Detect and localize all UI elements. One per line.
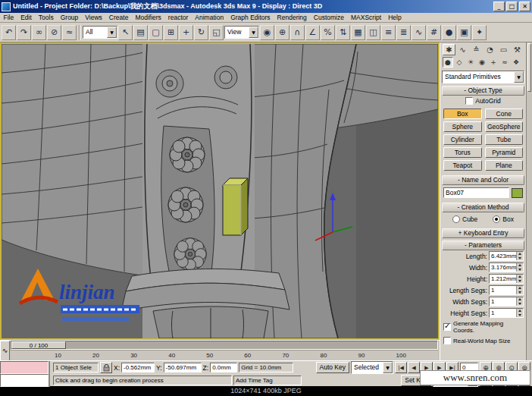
mirror-icon[interactable]: ◫ (366, 25, 380, 40)
menu-item[interactable]: Customize (310, 13, 347, 23)
name-color-rollout-header[interactable]: - Name and Color (442, 175, 524, 185)
select-object-icon[interactable]: ↖ (118, 25, 133, 40)
window-crossing-icon[interactable]: ⊞ (164, 25, 178, 40)
create-tab-icon[interactable]: ✱ (443, 44, 455, 55)
select-and-move-icon[interactable]: + (179, 25, 193, 40)
minimize-icon[interactable]: _ (493, 2, 505, 11)
curve-editor-icon[interactable]: ∿ (412, 25, 426, 40)
menu-item[interactable]: Graph Editors (227, 13, 274, 23)
tube-button[interactable]: Tube (485, 134, 524, 145)
menu-item[interactable]: Edit (17, 13, 36, 23)
snap-toggle-icon[interactable]: ∩ (290, 25, 305, 40)
primitives-dropdown[interactable]: Standard Primitives ▼ (442, 71, 524, 83)
spinner-arrows[interactable] (516, 286, 523, 294)
render-scene-icon[interactable]: ▣ (457, 25, 471, 40)
menu-item[interactable]: Modifiers (132, 13, 164, 23)
geometry-icon[interactable]: ● (443, 57, 453, 68)
chevron-down-icon[interactable]: ▼ (249, 27, 258, 38)
macro-recorder-field[interactable] (0, 361, 49, 374)
z-coordinate-field[interactable]: 0.0mm (210, 363, 237, 372)
spinner-arrows[interactable] (516, 297, 523, 306)
spinner-arrows[interactable] (516, 309, 523, 317)
chevron-down-icon[interactable]: ▼ (107, 27, 117, 38)
width-segs-field[interactable]: 1 (489, 297, 524, 306)
length-field[interactable]: 6.423mm (489, 251, 524, 261)
menu-item[interactable]: Help (385, 13, 405, 23)
select-and-rotate-icon[interactable]: ↻ (194, 25, 208, 40)
go-to-start-icon[interactable]: |◀ (395, 362, 407, 373)
pyramid-button[interactable]: Pyramid (485, 147, 524, 158)
teapot-button[interactable]: Teapot (443, 160, 482, 171)
menu-item[interactable]: Create (105, 13, 132, 23)
menu-item[interactable]: File (0, 13, 17, 23)
undo-icon[interactable]: ↶ (2, 25, 16, 40)
selected-dropdown[interactable]: Selected ▼ (351, 361, 393, 374)
object-name-field[interactable]: Box07 (443, 187, 509, 198)
unlink-selection-icon[interactable]: ⊘ (47, 25, 61, 40)
spinner-arrows[interactable] (516, 252, 523, 260)
schematic-view-icon[interactable]: # (427, 25, 441, 40)
torus-button[interactable]: Torus (443, 147, 482, 158)
select-by-name-icon[interactable]: ▤ (133, 25, 148, 40)
space-warps-icon[interactable]: ≈ (499, 57, 510, 68)
generate-mapping-coords-checkbox[interactable] (443, 323, 451, 331)
height-field[interactable]: 1.212mm (489, 274, 524, 284)
y-coordinate-field[interactable]: -50.697mm (164, 363, 202, 372)
chevron-down-icon[interactable]: ▼ (514, 71, 524, 83)
width-field[interactable]: 3.176mm (489, 262, 524, 272)
object-type-rollout-header[interactable]: - Object Type (442, 86, 524, 96)
autogrid-checkbox[interactable] (465, 97, 473, 105)
align-icon[interactable]: ≡ (381, 25, 396, 40)
menu-item[interactable]: reactor (164, 13, 191, 23)
motion-tab-icon[interactable]: ◔ (483, 44, 496, 55)
material-editor-icon[interactable]: ● (442, 25, 456, 40)
hierarchy-tab-icon[interactable]: ≙ (470, 44, 483, 55)
menu-item[interactable]: Rendering (274, 13, 310, 23)
viewport-canvas[interactable]: linjian (2, 44, 438, 338)
box-radio[interactable]: Box (493, 215, 514, 223)
command-panel-scrollbar[interactable] (526, 42, 532, 360)
select-and-scale-icon[interactable]: ◱ (209, 25, 224, 40)
track-bar[interactable]: 102030405060708090100 (11, 350, 438, 360)
menu-item[interactable]: Animation (192, 13, 227, 23)
select-and-manipulate-icon[interactable]: ⊕ (275, 25, 289, 40)
cameras-icon[interactable]: ◉ (477, 57, 487, 68)
x-coordinate-field[interactable]: -0.562mm (121, 363, 155, 372)
spinner-arrows[interactable] (516, 275, 523, 283)
menu-item[interactable]: Tools (35, 13, 57, 23)
use-pivot-point-icon[interactable]: ◉ (260, 25, 274, 40)
cylinder-button[interactable]: Cylinder (443, 134, 482, 145)
creation-method-rollout-header[interactable]: - Creation Method (442, 203, 524, 212)
shapes-icon[interactable]: ◇ (454, 57, 465, 68)
menu-item[interactable]: Group (57, 13, 82, 23)
angle-snap-icon[interactable]: ∠ (305, 25, 320, 40)
menu-item[interactable]: MAXScript (347, 13, 384, 23)
quick-render-icon[interactable]: ✦ (472, 25, 487, 40)
modify-tab-icon[interactable]: ∿ (456, 44, 469, 55)
perspective-viewport[interactable]: linjian (0, 42, 440, 340)
box-button[interactable]: Box (443, 108, 482, 119)
close-icon[interactable]: ✕ (519, 2, 530, 11)
cube-radio[interactable]: Cube (452, 215, 477, 223)
height-segs-field[interactable]: 1 (489, 308, 524, 318)
reference-coordsys-dropdown[interactable]: View ▼ (224, 26, 259, 39)
percent-snap-icon[interactable]: % (321, 25, 335, 40)
rectangular-selection-region-icon[interactable]: ▢ (149, 25, 163, 40)
geosphere-button[interactable]: GeoSphere (485, 121, 524, 132)
cone-button[interactable]: Cone (485, 108, 524, 119)
auto-key-button[interactable]: Auto Key (316, 362, 350, 373)
select-and-link-icon[interactable]: ∞ (32, 25, 46, 40)
display-tab-icon[interactable]: ▭ (497, 44, 510, 55)
sphere-button[interactable]: Sphere (443, 121, 482, 132)
chevron-down-icon[interactable]: ▼ (383, 362, 393, 373)
bind-to-space-warp-icon[interactable]: ≈ (62, 25, 77, 40)
plane-button[interactable]: Plane (485, 160, 524, 171)
parameters-rollout-header[interactable]: - Parameters (442, 240, 524, 250)
helpers-icon[interactable]: + (488, 57, 499, 68)
scrollbar-thumb[interactable] (527, 43, 531, 92)
time-slider-track[interactable]: 0 / 100 (11, 341, 438, 350)
time-slider-handle[interactable]: 0 / 100 (11, 341, 66, 349)
layer-manager-icon[interactable]: ≣ (396, 25, 411, 40)
spinner-arrows[interactable] (516, 263, 523, 272)
selection-lock-icon[interactable] (100, 362, 112, 373)
